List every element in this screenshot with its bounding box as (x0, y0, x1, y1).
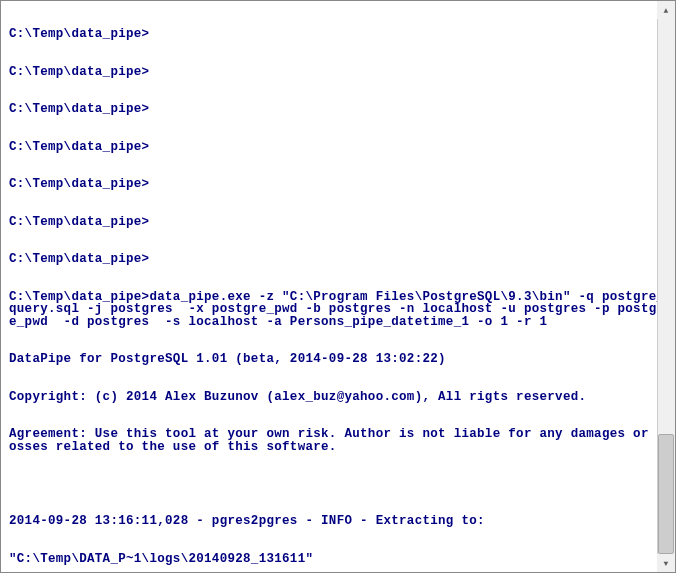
app-banner: DataPipe for PostgreSQL 1.01 (beta, 2014… (9, 353, 667, 366)
log-path: "C:\Temp\DATA_P~1\logs\20140928_131611" (9, 553, 667, 566)
prompt-line: C:\Temp\data_pipe> (9, 253, 667, 266)
scrollbar-thumb[interactable] (658, 434, 674, 554)
log-extracting: 2014-09-28 13:16:11,028 - pgres2pgres - … (9, 515, 667, 528)
prompt-line: C:\Temp\data_pipe> (9, 28, 667, 41)
prompt-line: C:\Temp\data_pipe> (9, 103, 667, 116)
prompt-line: C:\Temp\data_pipe> (9, 66, 667, 79)
prompt-line: C:\Temp\data_pipe> (9, 216, 667, 229)
prompt-line: C:\Temp\data_pipe> (9, 141, 667, 154)
command-line: C:\Temp\data_pipe>data_pipe.exe -z "C:\P… (9, 291, 667, 329)
prompt-line: C:\Temp\data_pipe> (9, 178, 667, 191)
scroll-up-arrow-icon[interactable]: ▲ (657, 1, 675, 19)
copyright-line: Copyright: (c) 2014 Alex Buzunov (alex_b… (9, 391, 667, 404)
blank-line (9, 478, 667, 490)
scroll-down-arrow-icon[interactable]: ▼ (657, 554, 675, 572)
agreement-line: Agreement: Use this tool at your own ris… (9, 428, 667, 453)
terminal-output[interactable]: C:\Temp\data_pipe> C:\Temp\data_pipe> C:… (1, 1, 675, 572)
scrollbar[interactable]: ▲ ▼ (657, 1, 675, 572)
